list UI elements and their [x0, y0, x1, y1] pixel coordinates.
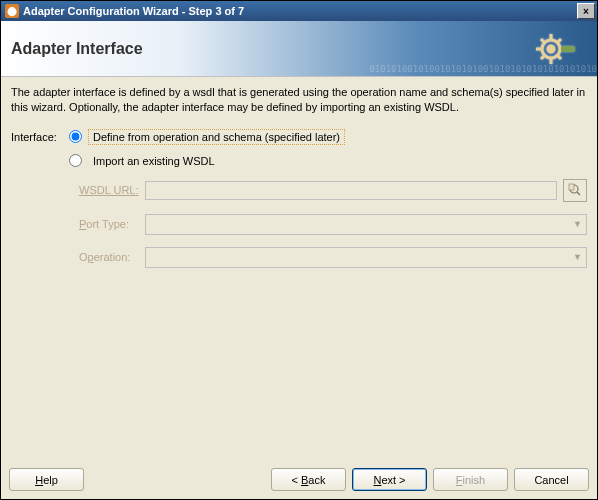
radio-import-label: Import an existing WSDL [88, 153, 220, 169]
back-button[interactable]: < Back [271, 468, 346, 491]
help-button[interactable]: Help [9, 468, 84, 491]
app-icon: ⬤ [5, 4, 19, 18]
operation-dropdown: ▼ [145, 247, 587, 268]
port-type-label: Port Type: [79, 218, 139, 230]
wsdl-url-row: WSDL URL: [79, 179, 587, 202]
svg-line-12 [577, 192, 580, 195]
title-left: ⬤ Adapter Configuration Wizard - Step 3 … [5, 4, 244, 18]
svg-line-8 [541, 56, 544, 59]
title-bar: ⬤ Adapter Configuration Wizard - Step 3 … [1, 1, 597, 21]
window-title: Adapter Configuration Wizard - Step 3 of… [23, 5, 244, 17]
svg-point-1 [548, 46, 554, 52]
finish-button: Finish [433, 468, 508, 491]
wizard-window: ⬤ Adapter Configuration Wizard - Step 3 … [0, 0, 598, 500]
wizard-header: Adapter Interface 01010100101001010 [1, 21, 597, 77]
interface-label: Interface: [11, 129, 63, 143]
wsdl-url-label: WSDL URL: [79, 184, 139, 196]
import-fields: WSDL URL: Port Type: [79, 179, 587, 268]
radio-import-input[interactable] [69, 154, 82, 167]
wizard-footer: Help < Back Next > Finish Cancel [1, 462, 597, 499]
description-text: The adapter interface is defined by a ws… [11, 85, 587, 115]
radio-define-input[interactable] [69, 130, 82, 143]
gear-icon [533, 27, 577, 73]
operation-row: Operation: ▼ [79, 247, 587, 268]
svg-line-6 [541, 39, 544, 42]
radio-define-label: Define from operation and schema (specif… [88, 129, 345, 145]
operation-label: Operation: [79, 251, 139, 263]
close-button[interactable]: × [577, 3, 595, 19]
nav-buttons: < Back Next > Finish Cancel [271, 468, 589, 491]
interface-section: Interface: Define from operation and sch… [11, 129, 587, 280]
port-type-dropdown: ▼ [145, 214, 587, 235]
browse-wsdl-button[interactable] [563, 179, 587, 202]
svg-line-7 [558, 56, 561, 59]
port-type-row: Port Type: ▼ [79, 214, 587, 235]
content-spacer [11, 280, 587, 456]
chevron-down-icon: ▼ [573, 219, 582, 229]
wizard-content: The adapter interface is defined by a ws… [1, 77, 597, 462]
radio-group: Define from operation and schema (specif… [69, 129, 587, 280]
radio-define-from-operation[interactable]: Define from operation and schema (specif… [69, 129, 587, 145]
chevron-down-icon: ▼ [573, 252, 582, 262]
page-title: Adapter Interface [11, 40, 143, 58]
wsdl-url-input [145, 181, 557, 200]
next-button[interactable]: Next > [352, 468, 427, 491]
radio-import-wsdl[interactable]: Import an existing WSDL [69, 153, 587, 169]
search-icon [568, 183, 582, 197]
cancel-button[interactable]: Cancel [514, 468, 589, 491]
svg-rect-13 [569, 184, 574, 190]
svg-line-9 [558, 39, 561, 42]
svg-rect-10 [561, 46, 575, 52]
